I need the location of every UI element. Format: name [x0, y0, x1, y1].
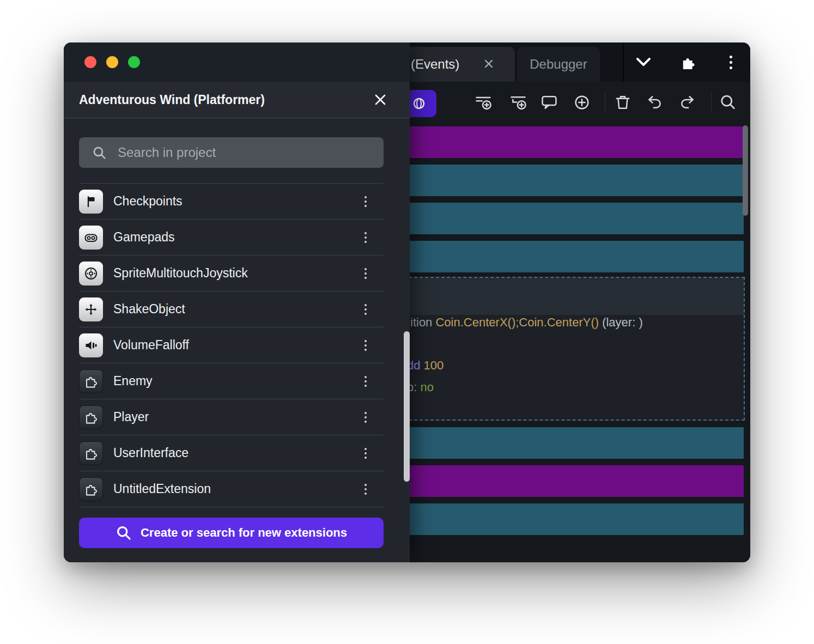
- extension-item-player[interactable]: Player: [79, 399, 384, 435]
- extension-label: ShakeObject: [113, 302, 185, 317]
- extension-item-enemy[interactable]: Enemy: [79, 363, 384, 399]
- code-value: no: [420, 380, 433, 394]
- toolbar-divider: [711, 92, 712, 113]
- move-arrows-icon: [79, 297, 103, 321]
- puzzle-icon: [79, 441, 103, 465]
- project-search[interactable]: [79, 137, 384, 168]
- item-menu-icon[interactable]: [360, 229, 372, 246]
- item-menu-icon[interactable]: [360, 265, 372, 282]
- extensions-puzzle-icon[interactable]: [680, 54, 696, 71]
- toolbar-divider: [605, 92, 605, 113]
- event-action-line: ition Coin.CenterX();Coin.CenterY() (lay…: [410, 315, 643, 330]
- item-menu-icon[interactable]: [360, 445, 372, 462]
- redo-icon[interactable]: [678, 93, 696, 112]
- globe-icon: [411, 95, 427, 112]
- trash-icon[interactable]: [613, 93, 632, 112]
- event-action-line: dd 100: [407, 359, 444, 373]
- search-events-icon[interactable]: [719, 93, 737, 112]
- gdevelop-window: (Events) Debugger: [64, 42, 750, 562]
- extension-label: UserInterface: [113, 446, 189, 460]
- puzzle-icon: [79, 477, 103, 501]
- extension-item-untitledextension[interactable]: UntitledExtension: [79, 471, 384, 507]
- item-menu-icon[interactable]: [360, 373, 372, 390]
- extension-label: SpriteMultitouchJoystick: [113, 266, 248, 281]
- panel-scrollbar[interactable]: [404, 331, 410, 482]
- project-title: Adventurous Wind (Platformer): [79, 93, 265, 107]
- create-extension-button[interactable]: Create or search for new extensions: [79, 518, 384, 548]
- extension-label: Player: [113, 410, 149, 424]
- puzzle-icon: [79, 405, 103, 429]
- tab-events-label: (Events): [411, 57, 459, 72]
- events-scrollbar[interactable]: [743, 125, 748, 216]
- flag-icon: [79, 190, 103, 214]
- close-window-button[interactable]: [84, 56, 96, 68]
- item-menu-icon[interactable]: [360, 301, 372, 318]
- extension-label: VolumeFalloff: [113, 338, 189, 353]
- close-tab-icon[interactable]: [483, 58, 494, 69]
- joystick-icon: [79, 262, 103, 285]
- add-comment-icon[interactable]: [540, 93, 558, 112]
- desktop: (Events) Debugger: [0, 0, 814, 644]
- search-input[interactable]: [118, 145, 384, 160]
- extension-label: Checkpoints: [113, 194, 183, 209]
- project-manager-panel: Adventurous Wind (Platformer) Checkpoint…: [64, 42, 410, 562]
- search-icon: [92, 145, 107, 160]
- puzzle-icon: [79, 369, 103, 393]
- search-icon: [116, 525, 132, 541]
- extension-list: Checkpoints Gamepads SpriteMultitouchJoy…: [79, 183, 384, 507]
- extension-item-joystick[interactable]: SpriteMultitouchJoystick: [79, 256, 384, 291]
- minimize-window-button[interactable]: [106, 56, 118, 68]
- event-action-line: p: no: [407, 380, 434, 394]
- tab-debugger-label: Debugger: [530, 57, 587, 72]
- extension-label: UntitledExtension: [113, 482, 211, 496]
- create-extension-label: Create or search for new extensions: [141, 526, 347, 540]
- code-expression: Coin.CenterX(): [435, 315, 515, 329]
- item-menu-icon[interactable]: [360, 409, 372, 426]
- window-titlebar: [64, 42, 410, 82]
- code-text: ition: [410, 315, 435, 329]
- extension-item-checkpoints[interactable]: Checkpoints: [79, 184, 384, 220]
- extension-item-gamepads[interactable]: Gamepads: [79, 220, 384, 256]
- window-menu-icon[interactable]: [730, 56, 732, 69]
- item-menu-icon[interactable]: [360, 193, 372, 210]
- code-value: 100: [424, 359, 444, 372]
- extension-label: Gamepads: [113, 230, 175, 245]
- extension-label: Enemy: [113, 374, 153, 388]
- add-circle-icon[interactable]: [573, 93, 591, 112]
- extension-item-shakeobject[interactable]: ShakeObject: [79, 291, 384, 327]
- zoom-window-button[interactable]: [128, 56, 140, 68]
- item-menu-icon[interactable]: [360, 337, 372, 354]
- code-expression: Coin.CenterY(): [519, 315, 599, 329]
- add-event-icon[interactable]: [474, 93, 493, 112]
- speaker-icon: [79, 333, 103, 357]
- extension-item-volumefalloff[interactable]: VolumeFalloff: [79, 327, 384, 363]
- item-menu-icon[interactable]: [360, 481, 372, 498]
- tabstrip-divider: [623, 42, 624, 82]
- extension-item-userinterface[interactable]: UserInterface: [79, 435, 384, 471]
- tab-debugger[interactable]: Debugger: [517, 47, 600, 82]
- chevron-down-icon[interactable]: [635, 57, 652, 68]
- undo-icon[interactable]: [646, 93, 664, 112]
- add-subevent-icon[interactable]: [509, 93, 527, 112]
- close-panel-icon[interactable]: [373, 93, 387, 107]
- panel-header: Adventurous Wind (Platformer): [64, 82, 410, 118]
- gamepad-icon: [79, 226, 103, 250]
- code-text: (layer: ): [599, 315, 643, 329]
